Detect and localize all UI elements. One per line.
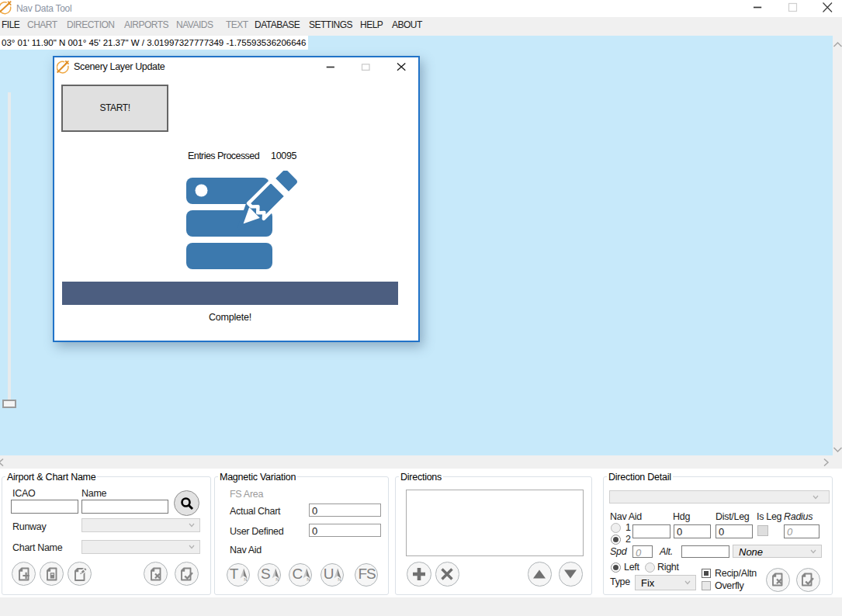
svg-text:N: N <box>275 576 279 580</box>
svg-text:N: N <box>244 576 247 580</box>
svg-text:N: N <box>307 576 310 580</box>
svg-text:N: N <box>338 576 341 580</box>
